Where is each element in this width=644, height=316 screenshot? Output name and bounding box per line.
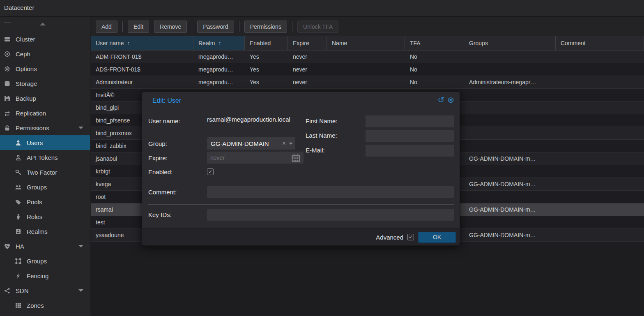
advanced-checkbox[interactable]: ✓ <box>407 234 414 240</box>
sidebar-item-ha-groups[interactable]: Groups <box>0 254 90 268</box>
cell-tfa: No <box>405 63 464 76</box>
sidebar-item-ha[interactable]: HA <box>0 239 90 254</box>
object-group-icon <box>15 258 21 264</box>
collapse-dash-icon[interactable]: — <box>4 18 11 26</box>
username-value: rsamai@megaproduction.local <box>207 115 297 124</box>
cell-comment <box>556 216 644 228</box>
top-bar: Datacenter <box>0 0 644 16</box>
table-row-adm-front-01[interactable]: ADM-FRONT-01$megaprodu…YesneverNo <box>91 51 644 63</box>
sidebar-item-label: Groups <box>27 184 47 191</box>
sidebar-item-label: Storage <box>16 80 37 87</box>
cell-groups <box>464 89 556 101</box>
sidebar-item-permissions-groups[interactable]: Groups <box>0 180 90 194</box>
last-name-label: Last Name: <box>306 132 337 139</box>
cell-groups <box>464 165 556 178</box>
permissions-button[interactable]: Permissions <box>244 21 287 33</box>
sidebar-item-options[interactable]: Options <box>0 61 90 76</box>
tags-icon <box>15 199 21 205</box>
sidebar-item-storage[interactable]: Storage <box>0 76 90 91</box>
expire-input[interactable] <box>207 152 304 164</box>
column-header-tfa[interactable]: TFA <box>405 36 464 50</box>
server-icon <box>4 36 10 42</box>
sidebar-item-replication[interactable]: Replication <box>0 106 90 120</box>
column-header-enabled[interactable]: Enabled <box>245 36 288 50</box>
sidebar-item-permissions[interactable]: Permissions <box>0 120 90 135</box>
cell-expire: never <box>288 76 327 88</box>
sidebar-item-ceph[interactable]: Ceph <box>0 46 90 61</box>
unlock-tfa-button[interactable]: Unlock TFA <box>297 21 338 33</box>
edit-button[interactable]: Edit <box>128 21 149 33</box>
sidebar-item-two-factor[interactable]: Two Factor <box>0 165 90 180</box>
chevron-down-icon[interactable] <box>78 245 83 247</box>
sidebar-item-realms[interactable]: Realms <box>0 224 90 239</box>
add-button[interactable]: Add <box>96 21 117 33</box>
cell-tfa: No <box>405 51 464 63</box>
password-button[interactable]: Password <box>197 21 234 33</box>
table-header: User name↑Realm↑EnabledExpireNameTFAGrou… <box>91 36 644 51</box>
column-header-realm[interactable]: Realm↑ <box>193 36 245 50</box>
sidebar-item-api-tokens[interactable]: API Tokens <box>0 150 90 165</box>
sidebar-item-users[interactable]: Users <box>0 135 90 150</box>
column-header-groups[interactable]: Groups <box>464 36 556 50</box>
chevron-up-icon[interactable] <box>40 23 46 25</box>
cell-groups <box>464 127 556 139</box>
cell-groups <box>464 216 556 228</box>
last-name-input[interactable] <box>366 130 454 142</box>
sidebar-item-sdn-zones[interactable]: Zones <box>0 298 90 313</box>
cell-user: ADM-FRONT-01$ <box>91 51 193 63</box>
group-value: GG-ADMIN-DOMAIN <box>211 140 279 147</box>
sidebar-item-backup[interactable]: Backup <box>0 91 90 106</box>
clear-icon[interactable]: × <box>282 140 286 147</box>
email-input[interactable] <box>366 145 454 157</box>
sidebar-item-sdn[interactable]: SDN <box>0 283 90 298</box>
comment-input[interactable] <box>207 186 454 198</box>
backup-icon <box>4 95 10 101</box>
sidebar-item-label: Users <box>27 139 43 146</box>
cell-comment <box>556 114 644 127</box>
sidebar-item-label: Zones <box>27 302 44 309</box>
chevron-down-icon[interactable] <box>78 289 83 292</box>
column-header-comment[interactable]: Comment <box>556 36 644 50</box>
sidebar-item-fencing[interactable]: Fencing <box>0 268 90 283</box>
column-header-name[interactable]: Name <box>327 36 405 50</box>
table-row-ads-front-01[interactable]: ADS-FRONT-01$megaprodu…YesneverNo <box>91 63 644 76</box>
calendar-icon[interactable] <box>292 154 300 162</box>
bolt-icon <box>15 273 21 279</box>
ok-button[interactable]: OK <box>418 232 456 243</box>
replication-icon <box>4 110 10 116</box>
sidebar-item-roles[interactable]: Roles <box>0 209 90 224</box>
sidebar-item-pools[interactable]: Pools <box>0 194 90 209</box>
cell-realm: megaprodu… <box>193 51 245 63</box>
first-name-input[interactable] <box>366 115 454 127</box>
sidebar-item-label: Ceph <box>16 51 30 58</box>
chevron-down-icon[interactable] <box>289 143 293 145</box>
table-row-administrateur[interactable]: Administrateurmegaprodu…YesneverNoAdmini… <box>91 76 644 89</box>
remove-button[interactable]: Remove <box>154 21 187 33</box>
cell-enabled: Yes <box>245 51 288 63</box>
cell-enabled: Yes <box>245 76 288 88</box>
cell-comment <box>556 178 644 190</box>
cell-comment <box>556 76 644 88</box>
cell-comment <box>556 89 644 101</box>
sidebar-item-label: Backup <box>16 95 36 102</box>
sidebar-item-label: Options <box>16 65 37 72</box>
undo-icon[interactable]: ↺ <box>437 95 444 105</box>
cell-groups <box>464 101 556 114</box>
close-icon[interactable]: ⊗ <box>447 95 454 105</box>
th-icon <box>15 302 21 309</box>
column-header-expire[interactable]: Expire <box>288 36 327 50</box>
column-header-user-name[interactable]: User name↑ <box>91 36 193 50</box>
sidebar-item-label: Permissions <box>16 125 49 131</box>
sidebar-item-label: Realms <box>27 228 48 235</box>
cell-name <box>327 63 405 76</box>
sidebar-item-label: Groups <box>27 258 47 265</box>
sidebar-item-label: Cluster <box>16 36 35 43</box>
group-combobox[interactable]: GG-ADMIN-DOMAIN × <box>207 137 295 150</box>
cell-comment <box>556 51 644 63</box>
keyids-input[interactable] <box>207 209 454 221</box>
cell-groups <box>464 191 556 203</box>
sidebar-item-label: Pools <box>27 198 42 205</box>
chevron-down-icon[interactable] <box>78 127 83 129</box>
sidebar-item-cluster[interactable]: Cluster <box>0 32 90 46</box>
enabled-checkbox[interactable]: ✓ <box>207 168 214 175</box>
